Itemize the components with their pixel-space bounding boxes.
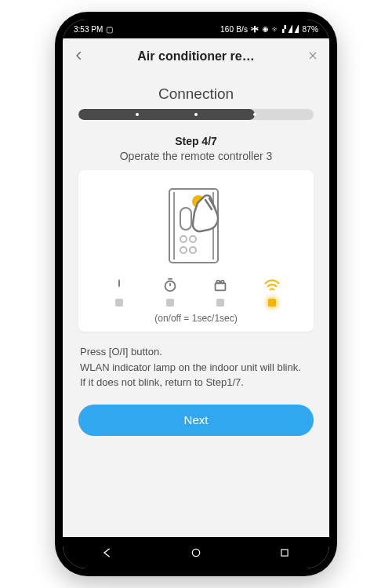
svg-point-19 [217, 281, 220, 284]
instruction-line: WLAN indicator lamp on the indoor unit w… [80, 360, 312, 376]
indicator-light-active [268, 299, 276, 307]
wifi-icon [263, 277, 281, 294]
statusbar-time: 3:53 PM [74, 25, 103, 34]
section-heading: Connection [78, 85, 314, 103]
nav-home-button[interactable] [189, 546, 203, 560]
statusbar-right: 160 B/s ✱ ⦿ ᯤ ▞ ◢ ◢ 87% [220, 25, 318, 34]
status-bar: 3:53 PM ▢ 160 B/s ✱ ⦿ ᯤ ▞ ◢ ◢ 87% [63, 20, 329, 38]
back-button[interactable] [74, 49, 85, 65]
network-rate: 160 B/s [220, 25, 248, 34]
nav-back-button[interactable] [100, 546, 114, 560]
status-icons: ✱ ⦿ ᯤ ▞ ◢ ◢ [251, 25, 299, 34]
screen: 3:53 PM ▢ 160 B/s ✱ ⦿ ᯤ ▞ ◢ ◢ 87% Air co… [63, 20, 329, 568]
indicator-light [216, 299, 224, 307]
step-subtitle: Operate the remote controller 3 [78, 150, 314, 162]
timer-icon [162, 277, 179, 294]
progress-fill [78, 109, 255, 120]
step-label: Step 4/7 [175, 135, 217, 147]
instruction-line: If it does not blink, return to Step1/7. [80, 375, 312, 390]
svg-point-15 [165, 281, 175, 292]
timer-indicator [162, 277, 179, 307]
svg-rect-18 [216, 283, 226, 290]
power-icon [111, 277, 128, 294]
page-title: Air conditioner re… [137, 49, 254, 64]
nav-recent-button[interactable] [278, 546, 292, 560]
progress-bar [78, 109, 314, 120]
content-area: Connection Step 4/7 Operate the remote c… [63, 74, 329, 537]
close-button[interactable] [307, 49, 318, 65]
statusbar-left: 3:53 PM ▢ [74, 25, 113, 34]
mode-icon [212, 277, 229, 294]
screenshot-icon: ▢ [106, 25, 113, 34]
indicator-row [89, 277, 303, 307]
instruction-line: Press [O/I] button. [80, 344, 312, 360]
indicator-light [115, 299, 123, 307]
power-indicator [111, 277, 128, 307]
app-header: Air conditioner re… [63, 38, 329, 74]
svg-rect-5 [180, 208, 191, 230]
wifi-indicator [263, 277, 281, 307]
instruction-text: Press [O/I] button. WLAN indicator lamp … [78, 344, 314, 390]
next-button[interactable]: Next [78, 405, 314, 436]
svg-rect-22 [281, 550, 288, 556]
instruction-card: (on/off = 1sec/1sec) [78, 170, 314, 332]
step-label-row: Step 4/7 [78, 134, 314, 148]
battery-text: 87% [302, 25, 318, 34]
progress-dot [253, 113, 256, 116]
indicator-light [166, 299, 174, 307]
svg-point-21 [192, 549, 199, 556]
svg-point-20 [221, 281, 224, 284]
progress-dot [194, 113, 198, 116]
progress-dot [136, 113, 139, 116]
remote-illustration [89, 183, 303, 269]
android-navbar [63, 537, 329, 568]
phone-frame: 3:53 PM ▢ 160 B/s ✱ ⦿ ᯤ ▞ ◢ ◢ 87% Air co… [55, 12, 337, 576]
timing-caption: (on/off = 1sec/1sec) [89, 313, 303, 324]
mode-indicator [212, 277, 229, 307]
